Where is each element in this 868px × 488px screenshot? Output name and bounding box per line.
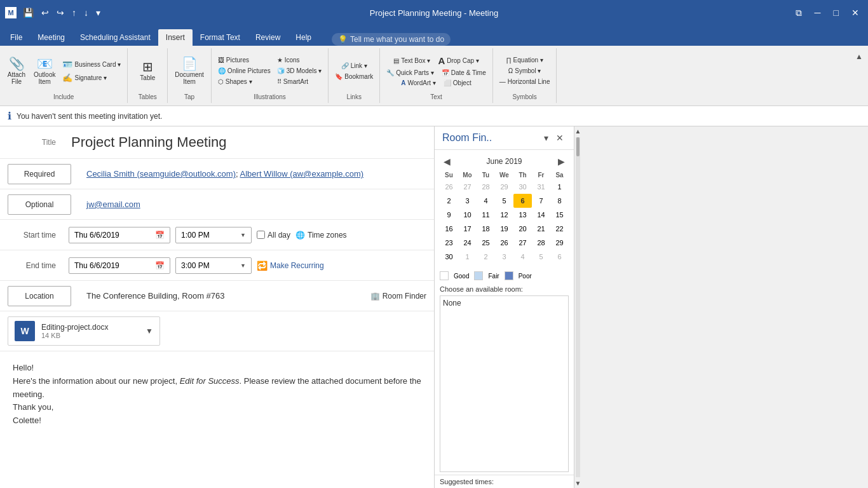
tab-meeting[interactable]: Meeting	[30, 29, 72, 46]
cal-day-4-outside[interactable]: 4	[513, 250, 532, 264]
allday-checkbox[interactable]	[257, 231, 265, 239]
cal-day-1-outside[interactable]: 1	[458, 250, 477, 264]
required-value[interactable]: Cecilia Smith (seamguide@outlook.com); A…	[79, 164, 434, 184]
cal-day-23[interactable]: 23	[440, 236, 458, 250]
cal-day-30[interactable]: 30	[440, 250, 458, 264]
symbol-button[interactable]: Ω Symbol ▾	[506, 66, 544, 76]
cal-day-31-outside[interactable]: 31	[532, 180, 550, 194]
tab-help[interactable]: Help	[288, 29, 319, 46]
required-attendee-1[interactable]: Cecilia Smith (seamguide@outlook.com)	[86, 169, 236, 179]
location-button[interactable]: Location	[8, 286, 71, 306]
cal-day-26[interactable]: 26	[495, 236, 513, 250]
tab-file[interactable]: File	[3, 29, 30, 46]
smartart-button[interactable]: ⠿ SmartArt	[275, 77, 325, 86]
cal-day-4[interactable]: 4	[477, 194, 495, 208]
meeting-title[interactable]: Project Planning Meeting	[64, 132, 434, 153]
save-btn[interactable]: 💾	[20, 6, 36, 19]
cal-day-17[interactable]: 17	[458, 222, 477, 236]
shapes-button[interactable]: ⬡ Shapes ▾	[215, 77, 273, 86]
more-btn[interactable]: ▾	[93, 6, 103, 19]
cal-day-21[interactable]: 21	[532, 222, 550, 236]
equation-button[interactable]: ∏ Equation ▾	[503, 55, 546, 65]
minimize-btn[interactable]: ─	[811, 6, 825, 19]
cal-day-24[interactable]: 24	[458, 236, 477, 250]
cal-next-btn[interactable]: ▶	[554, 155, 569, 168]
cal-day-3[interactable]: 3	[458, 194, 477, 208]
bookmark-button[interactable]: 🔖 Bookmark	[332, 72, 376, 81]
attach-file-button[interactable]: 📎 AttachFile	[4, 55, 29, 87]
maximize-btn[interactable]: □	[830, 6, 843, 19]
cal-day-25[interactable]: 25	[477, 236, 495, 250]
cal-day-15[interactable]: 15	[550, 208, 569, 222]
scroll-thumb[interactable]	[576, 137, 580, 156]
cal-day-5-outside[interactable]: 5	[532, 250, 550, 264]
online-pictures-button[interactable]: 🌐 Online Pictures	[215, 66, 273, 76]
cal-day-22[interactable]: 22	[550, 222, 569, 236]
rf-room-none[interactable]: None	[443, 299, 566, 308]
tab-scheduling[interactable]: Scheduling Assistant	[72, 29, 158, 46]
end-date-input[interactable]: Thu 6/6/2019 📅	[69, 257, 170, 274]
drop-cap-button[interactable]: A Drop Cap ▾	[435, 54, 481, 67]
cal-day-2-outside[interactable]: 2	[477, 250, 495, 264]
cal-day-29-outside[interactable]: 29	[495, 180, 513, 194]
up-btn[interactable]: ↑	[69, 6, 79, 19]
cal-day-27-outside[interactable]: 27	[458, 180, 477, 194]
cal-day-16[interactable]: 16	[440, 222, 458, 236]
location-value[interactable]: The Conference Building, Room #763	[79, 286, 363, 306]
pictures-button[interactable]: 🖼 Pictures	[215, 55, 273, 65]
object-button[interactable]: ⬜ Object	[441, 78, 474, 88]
make-recurring-button[interactable]: 🔁 Make Recurring	[257, 261, 324, 271]
business-card-button[interactable]: 🪪 Business Card ▾	[60, 58, 123, 71]
cal-day-6-outside[interactable]: 6	[550, 250, 569, 264]
document-item-button[interactable]: 📄 DocumentItem	[172, 55, 207, 87]
cal-day-26-outside[interactable]: 26	[440, 180, 458, 194]
room-finder-button[interactable]: 🏢 Room Finder	[363, 287, 434, 306]
cal-day-7[interactable]: 7	[532, 194, 550, 208]
text-box-button[interactable]: ▤ Text Box ▾	[391, 54, 433, 67]
rf-close-btn[interactable]: ✕	[553, 132, 566, 144]
cal-day-28[interactable]: 28	[532, 236, 550, 250]
cal-day-19[interactable]: 19	[495, 222, 513, 236]
3d-models-button[interactable]: 🧊 3D Models ▾	[275, 66, 325, 76]
attachment-item[interactable]: W Editing-project.docx 14 KB ▼	[8, 316, 160, 346]
cal-day-27[interactable]: 27	[513, 236, 532, 250]
cal-day-12[interactable]: 12	[495, 208, 513, 222]
tell-me-search[interactable]: 💡 Tell me what you want to do	[332, 33, 451, 46]
cal-day-10[interactable]: 10	[458, 208, 477, 222]
cal-prev-btn[interactable]: ◀	[440, 155, 454, 168]
cal-day-29[interactable]: 29	[550, 236, 569, 250]
scroll-down-btn[interactable]: ▼	[574, 478, 581, 488]
attachment-chevron-icon[interactable]: ▼	[146, 327, 153, 336]
ribbon-collapse-btn[interactable]: ▲	[853, 51, 865, 62]
link-button[interactable]: 🔗 Link ▾	[339, 61, 370, 71]
rf-dropdown-btn[interactable]: ▾	[541, 132, 551, 144]
wordart-button[interactable]: A WordArt ▾	[398, 78, 438, 88]
cal-day-28-outside[interactable]: 28	[477, 180, 495, 194]
quick-parts-button[interactable]: 🔧 Quick Parts ▾	[384, 68, 436, 78]
cal-day-6[interactable]: 6	[513, 194, 532, 208]
cal-day-30-outside[interactable]: 30	[513, 180, 532, 194]
cal-day-18[interactable]: 18	[477, 222, 495, 236]
required-button[interactable]: Required	[8, 164, 71, 184]
tab-format-text[interactable]: Format Text	[193, 29, 248, 46]
down-btn[interactable]: ↓	[81, 6, 91, 19]
cal-day-8[interactable]: 8	[550, 194, 569, 208]
end-time-input[interactable]: 3:00 PM ▼	[175, 257, 252, 274]
date-time-button[interactable]: 📅 Date & Time	[439, 68, 489, 78]
table-button[interactable]: ⊞ Table	[132, 58, 163, 83]
cal-day-20[interactable]: 20	[513, 222, 532, 236]
undo-btn[interactable]: ↩	[39, 6, 51, 19]
cal-day-2[interactable]: 2	[440, 194, 458, 208]
optional-value[interactable]: jw@email.com	[79, 194, 434, 214]
cal-day-14[interactable]: 14	[532, 208, 550, 222]
redo-btn[interactable]: ↪	[54, 6, 67, 19]
start-date-input[interactable]: Thu 6/6/2019 📅	[69, 227, 170, 243]
arrange-btn[interactable]: ⧉	[792, 6, 806, 20]
cal-day-3-outside[interactable]: 3	[495, 250, 513, 264]
tab-review[interactable]: Review	[248, 29, 288, 46]
horizontal-line-button[interactable]: — Horizontal Line	[497, 77, 553, 86]
cal-day-1[interactable]: 1	[550, 180, 569, 194]
start-time-input[interactable]: 1:00 PM ▼	[175, 227, 252, 243]
cal-day-5[interactable]: 5	[495, 194, 513, 208]
icons-button[interactable]: ★ Icons	[275, 55, 325, 65]
